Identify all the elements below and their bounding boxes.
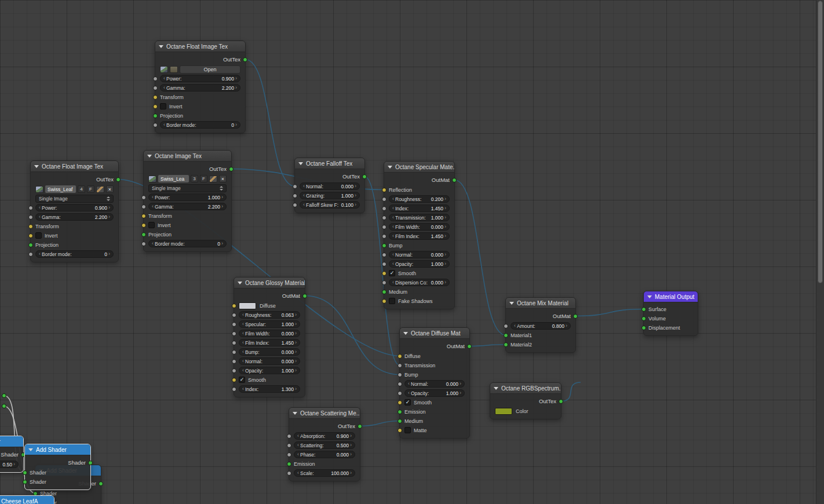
socket-input[interactable] [504,333,508,338]
node-add-shader-partial[interactable]: Add ShaderShader‹0.50› [0,436,24,473]
slider-normal-[interactable]: ‹Normal:0.000› [300,182,360,190]
slider-decrement-icon[interactable]: ‹ [241,312,245,317]
slider-increment-icon[interactable]: › [443,206,447,211]
socket-input[interactable] [641,326,646,330]
slider-gamma-[interactable]: ‹Gamma:2.200› [35,213,114,221]
edge-socket[interactable] [2,404,6,408]
socket-input[interactable] [398,382,402,386]
socket-input[interactable] [293,193,297,198]
socket-input[interactable] [153,114,158,118]
node-header[interactable]: Octane Float Image Tex [31,161,118,172]
slider-decrement-icon[interactable]: ‹ [38,251,42,257]
node-scattering-medium[interactable]: Octane Scattering Me...OutTex‹Absorption… [289,407,360,481]
slider-scattering-[interactable]: ‹Scattering:0.500› [294,441,355,449]
socket-input[interactable] [287,452,291,457]
slider-increment-icon[interactable]: › [443,196,447,202]
slider-decrement-icon[interactable]: ‹ [151,241,155,246]
color-swatch[interactable] [239,302,256,309]
slider-increment-icon[interactable]: › [443,215,447,220]
socket-input[interactable] [382,188,387,192]
socket-input[interactable] [287,462,291,466]
node-header[interactable]: Octane Float Image Tex [155,41,245,52]
socket-output[interactable] [559,399,563,404]
collapse-icon[interactable] [147,155,152,158]
node-header[interactable]: Octane RGBSpectrum... [490,383,561,394]
node-header[interactable]: Add Shader [25,444,90,455]
slider-decrement-icon[interactable]: ‹ [151,195,155,200]
node-float-image-tex-1[interactable]: Octane Float Image TexOutTexSwiss_Leaf4F… [30,160,119,262]
socket-input[interactable] [382,243,387,248]
slider-decrement-icon[interactable]: ‹ [391,215,395,220]
slider-increment-icon[interactable]: › [349,433,353,439]
node-header[interactable]: Material Output [644,291,698,302]
slider-power-[interactable]: ‹Power:0.900› [160,75,240,82]
slider-increment-icon[interactable]: › [220,241,224,246]
slider-decrement-icon[interactable]: ‹ [162,85,166,90]
socket-input[interactable] [287,443,291,448]
slider-decrement-icon[interactable]: ‹ [241,386,245,392]
socket-input[interactable] [28,215,33,220]
slider-opacity-[interactable]: ‹Opacity:1.000› [239,367,300,374]
socket-input[interactable] [504,324,508,328]
slider-decrement-icon[interactable]: ‹ [302,202,306,207]
socket-input[interactable] [641,316,646,321]
node-falloff-tex[interactable]: Octane Falloff TexOutTex‹Normal:0.000›‹G… [294,158,365,213]
socket-input[interactable] [232,304,236,308]
socket-input[interactable] [141,223,146,228]
scrollbar-handle[interactable] [818,1,823,283]
socket-input[interactable] [382,290,387,294]
socket-input[interactable] [28,243,33,247]
node-mix-material[interactable]: Octane Mix MaterialOutMat‹Amount:0.800›M… [505,297,576,353]
slider-film-index-[interactable]: ‹Film Index:1.450› [389,232,450,240]
slider-border-mode-[interactable]: ‹Border mode:0› [160,121,240,129]
socket-input[interactable] [232,359,236,364]
node-header[interactable]: Octane Diffuse Mat [400,328,469,339]
node-specular-material[interactable]: Octane Specular Mate...OutMatReflection‹… [384,161,455,309]
slider-increment-icon[interactable]: › [353,184,358,189]
socket-input[interactable] [382,225,387,229]
node-header[interactable]: Octane Specular Mate... [384,162,454,173]
slider-increment-icon[interactable]: › [294,349,298,355]
socket-output[interactable] [362,174,367,179]
socket-input[interactable] [382,253,387,257]
slider-falloff-skew-f-[interactable]: ‹Falloff Skew F:0.100› [300,201,360,209]
socket-input[interactable] [398,428,402,433]
slider-decrement-icon[interactable]: ‹ [391,196,395,202]
checkbox-smooth[interactable]: ✓ [239,377,245,383]
slider-gamma-[interactable]: ‹Gamma:2.200› [148,203,227,210]
socket-input[interactable] [232,387,236,392]
slider-increment-icon[interactable]: › [443,233,447,239]
socket-input[interactable] [28,252,33,257]
node-header[interactable]: Octane Mix Material [506,298,575,309]
socket-input[interactable] [23,480,27,484]
slider-decrement-icon[interactable]: ‹ [151,204,155,209]
socket-input[interactable] [398,354,402,359]
slider-decrement-icon[interactable]: ‹ [38,214,42,220]
socket-input[interactable] [382,299,387,304]
slider-decrement-icon[interactable]: ‹ [241,368,245,373]
slider-index-[interactable]: ‹Index:1.300› [239,385,300,393]
fake-user-button[interactable]: F [200,175,207,182]
socket-input[interactable] [398,410,402,414]
users-count-badge[interactable]: 4 [78,185,85,193]
socket-input[interactable] [153,104,158,109]
node-header[interactable]: Add Shader [0,436,23,447]
brush-icon[interactable] [209,176,217,182]
socket-input[interactable] [232,313,236,317]
collapse-icon[interactable] [647,295,652,298]
slider-opacity-[interactable]: ‹Opacity:1.000› [389,260,450,268]
checkbox-matte[interactable] [404,427,411,433]
slider-power-[interactable]: ‹Power:0.900› [35,204,114,211]
socket-input[interactable] [232,350,236,355]
socket-input[interactable] [382,262,387,266]
slider-increment-icon[interactable]: › [443,280,447,285]
node-float-image-tex-2[interactable]: Octane Float Image TexOutTexOpen‹Power:0… [155,41,246,133]
slider-increment-icon[interactable]: › [220,204,224,209]
slider-increment-icon[interactable]: › [443,224,447,229]
slider-film-index-[interactable]: ‹Film Index:1.450› [239,339,300,346]
slider-amount-[interactable]: ‹Amount:0.800› [511,322,571,330]
node-header[interactable]: Octane Scattering Me... [289,408,360,419]
node-header[interactable]: Octane Image Tex [144,151,231,162]
slider-power-[interactable]: ‹Power:1.000› [148,193,227,201]
socket-output[interactable] [573,314,578,319]
